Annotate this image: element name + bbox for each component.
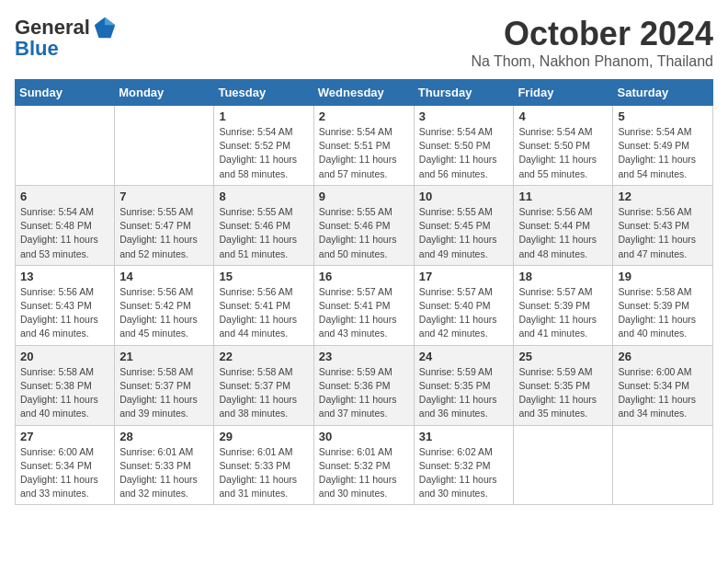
- day-info: Sunrise: 5:58 AMSunset: 5:39 PMDaylight:…: [618, 285, 708, 341]
- day-number: 23: [319, 350, 409, 363]
- header-friday: Friday: [514, 80, 613, 106]
- table-row: 10Sunrise: 5:55 AMSunset: 5:45 PMDayligh…: [414, 185, 514, 265]
- logo-icon: [92, 15, 118, 40]
- day-number: 10: [419, 190, 509, 203]
- table-row: 24Sunrise: 5:59 AMSunset: 5:35 PMDayligh…: [414, 345, 514, 425]
- svg-marker-1: [105, 17, 115, 25]
- day-number: 7: [119, 190, 209, 203]
- table-row: 20Sunrise: 5:58 AMSunset: 5:38 PMDayligh…: [16, 345, 115, 425]
- table-row: 27Sunrise: 6:00 AMSunset: 5:34 PMDayligh…: [16, 425, 115, 505]
- day-info: Sunrise: 5:54 AMSunset: 5:49 PMDaylight:…: [618, 125, 708, 181]
- header-thursday: Thursday: [414, 80, 514, 106]
- day-number: 13: [20, 270, 109, 283]
- day-info: Sunrise: 6:01 AMSunset: 5:33 PMDaylight:…: [119, 445, 209, 501]
- day-number: 2: [319, 109, 409, 123]
- table-row: 9Sunrise: 5:55 AMSunset: 5:46 PMDaylight…: [313, 185, 414, 265]
- table-row: 12Sunrise: 5:56 AMSunset: 5:43 PMDayligh…: [613, 185, 713, 265]
- day-info: Sunrise: 5:56 AMSunset: 5:43 PMDaylight:…: [20, 285, 109, 341]
- day-number: 28: [119, 430, 209, 443]
- day-number: 12: [618, 190, 708, 203]
- header-wednesday: Wednesday: [313, 80, 414, 106]
- header-sunday: Sunday: [16, 80, 115, 106]
- table-row: 7Sunrise: 5:55 AMSunset: 5:47 PMDaylight…: [115, 185, 214, 265]
- day-number: 21: [119, 350, 209, 363]
- table-row: [613, 425, 713, 505]
- table-row: 19Sunrise: 5:58 AMSunset: 5:39 PMDayligh…: [613, 265, 713, 345]
- table-row: 11Sunrise: 5:56 AMSunset: 5:44 PMDayligh…: [514, 185, 613, 265]
- day-number: 11: [518, 190, 608, 203]
- table-row: [115, 106, 214, 186]
- day-info: Sunrise: 5:57 AMSunset: 5:41 PMDaylight:…: [319, 285, 409, 341]
- day-info: Sunrise: 6:00 AMSunset: 5:34 PMDaylight:…: [20, 445, 109, 501]
- day-info: Sunrise: 5:56 AMSunset: 5:43 PMDaylight:…: [618, 205, 708, 261]
- day-info: Sunrise: 5:57 AMSunset: 5:40 PMDaylight:…: [419, 285, 509, 341]
- calendar-table: Sunday Monday Tuesday Wednesday Thursday…: [15, 79, 713, 505]
- day-number: 24: [419, 350, 509, 363]
- table-row: 21Sunrise: 5:58 AMSunset: 5:37 PMDayligh…: [115, 345, 214, 425]
- calendar-header-row: Sunday Monday Tuesday Wednesday Thursday…: [16, 80, 713, 106]
- day-number: 22: [219, 350, 308, 363]
- day-info: Sunrise: 6:00 AMSunset: 5:34 PMDaylight:…: [618, 365, 708, 421]
- day-number: 29: [219, 430, 308, 443]
- header-saturday: Saturday: [613, 80, 713, 106]
- table-row: 14Sunrise: 5:56 AMSunset: 5:42 PMDayligh…: [115, 265, 214, 345]
- day-info: Sunrise: 5:56 AMSunset: 5:42 PMDaylight:…: [119, 285, 209, 341]
- day-info: Sunrise: 6:01 AMSunset: 5:33 PMDaylight:…: [219, 445, 308, 501]
- day-info: Sunrise: 5:54 AMSunset: 5:50 PMDaylight:…: [518, 125, 608, 181]
- table-row: 22Sunrise: 5:58 AMSunset: 5:37 PMDayligh…: [214, 345, 313, 425]
- day-number: 1: [219, 109, 308, 123]
- calendar-week-row: 13Sunrise: 5:56 AMSunset: 5:43 PMDayligh…: [16, 265, 713, 345]
- title-section: October 2024 Na Thom, Nakhon Phanom, Tha…: [471, 15, 713, 70]
- table-row: 3Sunrise: 5:54 AMSunset: 5:50 PMDaylight…: [414, 106, 514, 186]
- day-info: Sunrise: 5:56 AMSunset: 5:44 PMDaylight:…: [518, 205, 608, 261]
- table-row: 17Sunrise: 5:57 AMSunset: 5:40 PMDayligh…: [414, 265, 514, 345]
- day-number: 6: [20, 190, 109, 203]
- table-row: 8Sunrise: 5:55 AMSunset: 5:46 PMDaylight…: [214, 185, 313, 265]
- day-info: Sunrise: 5:56 AMSunset: 5:41 PMDaylight:…: [219, 285, 308, 341]
- day-info: Sunrise: 5:54 AMSunset: 5:48 PMDaylight:…: [20, 205, 109, 261]
- day-number: 8: [219, 190, 308, 203]
- day-info: Sunrise: 5:55 AMSunset: 5:45 PMDaylight:…: [419, 205, 509, 261]
- header-tuesday: Tuesday: [214, 80, 313, 106]
- calendar-week-row: 6Sunrise: 5:54 AMSunset: 5:48 PMDaylight…: [16, 185, 713, 265]
- day-number: 27: [20, 430, 109, 443]
- day-number: 31: [419, 430, 509, 443]
- day-info: Sunrise: 5:54 AMSunset: 5:51 PMDaylight:…: [319, 125, 409, 181]
- day-number: 4: [518, 109, 608, 123]
- day-number: 14: [119, 270, 209, 283]
- table-row: 16Sunrise: 5:57 AMSunset: 5:41 PMDayligh…: [313, 265, 414, 345]
- table-row: 6Sunrise: 5:54 AMSunset: 5:48 PMDaylight…: [16, 185, 115, 265]
- day-number: 3: [419, 109, 509, 123]
- table-row: 26Sunrise: 6:00 AMSunset: 5:34 PMDayligh…: [613, 345, 713, 425]
- table-row: 18Sunrise: 5:57 AMSunset: 5:39 PMDayligh…: [514, 265, 613, 345]
- table-row: 4Sunrise: 5:54 AMSunset: 5:50 PMDaylight…: [514, 106, 613, 186]
- table-row: 15Sunrise: 5:56 AMSunset: 5:41 PMDayligh…: [214, 265, 313, 345]
- table-row: 31Sunrise: 6:02 AMSunset: 5:32 PMDayligh…: [414, 425, 514, 505]
- day-number: 30: [319, 430, 409, 443]
- calendar-week-row: 20Sunrise: 5:58 AMSunset: 5:38 PMDayligh…: [16, 345, 713, 425]
- day-info: Sunrise: 5:58 AMSunset: 5:37 PMDaylight:…: [219, 365, 308, 421]
- day-info: Sunrise: 5:58 AMSunset: 5:37 PMDaylight:…: [119, 365, 209, 421]
- day-info: Sunrise: 5:54 AMSunset: 5:52 PMDaylight:…: [219, 125, 308, 181]
- table-row: 29Sunrise: 6:01 AMSunset: 5:33 PMDayligh…: [214, 425, 313, 505]
- day-info: Sunrise: 5:59 AMSunset: 5:35 PMDaylight:…: [518, 365, 608, 421]
- logo: General Blue: [15, 15, 118, 61]
- day-number: 25: [518, 350, 608, 363]
- day-info: Sunrise: 5:57 AMSunset: 5:39 PMDaylight:…: [518, 285, 608, 341]
- day-number: 5: [618, 109, 708, 123]
- day-number: 19: [618, 270, 708, 283]
- table-row: 1Sunrise: 5:54 AMSunset: 5:52 PMDaylight…: [214, 106, 313, 186]
- table-row: 30Sunrise: 6:01 AMSunset: 5:32 PMDayligh…: [313, 425, 414, 505]
- table-row: 5Sunrise: 5:54 AMSunset: 5:49 PMDaylight…: [613, 106, 713, 186]
- calendar-week-row: 1Sunrise: 5:54 AMSunset: 5:52 PMDaylight…: [16, 106, 713, 186]
- day-number: 26: [618, 350, 708, 363]
- table-row: 13Sunrise: 5:56 AMSunset: 5:43 PMDayligh…: [16, 265, 115, 345]
- day-number: 18: [518, 270, 608, 283]
- logo-blue: Blue: [15, 37, 59, 61]
- day-info: Sunrise: 5:55 AMSunset: 5:46 PMDaylight:…: [219, 205, 308, 261]
- day-info: Sunrise: 5:58 AMSunset: 5:38 PMDaylight:…: [20, 365, 109, 421]
- day-number: 15: [219, 270, 308, 283]
- day-info: Sunrise: 5:59 AMSunset: 5:36 PMDaylight:…: [319, 365, 409, 421]
- table-row: 2Sunrise: 5:54 AMSunset: 5:51 PMDaylight…: [313, 106, 414, 186]
- header-monday: Monday: [115, 80, 214, 106]
